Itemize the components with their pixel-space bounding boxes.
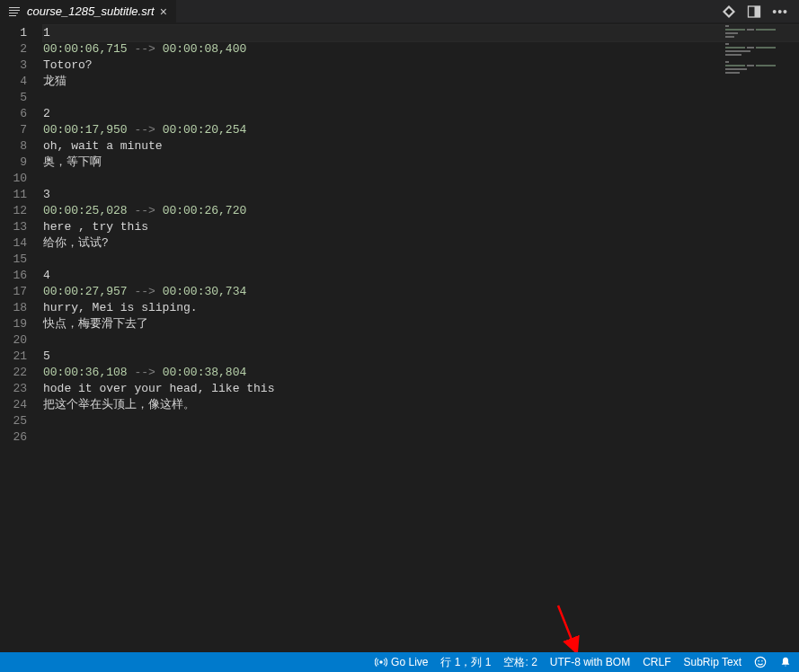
code-line[interactable] (43, 429, 799, 446)
line-number: 17 (0, 284, 27, 300)
cursor-position[interactable]: 行 1，列 1 (440, 655, 491, 670)
svg-point-5 (758, 660, 759, 662)
indent-spaces[interactable]: 空格: 2 (503, 655, 537, 670)
code-token: --> (128, 204, 163, 217)
code-token: 00:00:38,804 (163, 366, 247, 379)
code-line[interactable]: 快点，梅要滑下去了 (43, 316, 799, 332)
code-token: 00:00:08,400 (163, 42, 247, 56)
eol-selector[interactable]: CRLF (643, 656, 670, 668)
svg-rect-1 (755, 6, 760, 17)
code-line[interactable]: 龙猫 (43, 74, 799, 90)
code-line[interactable]: 00:00:27,957 --> 00:00:30,734 (43, 284, 799, 300)
encoding-selector[interactable]: UTF-8 with BOM (550, 656, 630, 668)
code-line[interactable]: hode it over your head, like this (43, 381, 799, 397)
line-number: 8 (0, 138, 27, 155)
line-number: 20 (0, 332, 27, 349)
code-token: 00:00:27,957 (43, 285, 128, 298)
tab-title: course_1285_subtitle.srt (27, 4, 155, 18)
code-line[interactable]: Totoro? (43, 57, 799, 74)
line-number: 10 (0, 171, 27, 187)
line-number: 14 (0, 235, 27, 252)
code-line[interactable]: hurry, Mei is sliping. (43, 300, 799, 316)
code-token: --> (128, 123, 163, 137)
code-token: here , try this (43, 220, 148, 234)
code-line[interactable] (43, 332, 799, 349)
code-line[interactable] (43, 90, 799, 106)
line-number: 21 (0, 349, 27, 365)
line-number: 15 (0, 252, 27, 268)
code-line[interactable]: oh, wait a minute (43, 138, 799, 155)
code-token: 3 (43, 188, 50, 201)
code-line[interactable]: 00:00:25,028 --> 00:00:26,720 (43, 203, 799, 219)
code-token: 00:00:20,254 (163, 123, 247, 137)
code-line[interactable]: 把这个举在头顶上，像这样。 (43, 397, 799, 413)
code-token: --> (128, 42, 163, 56)
code-token: --> (128, 366, 163, 379)
line-number: 11 (0, 187, 27, 203)
close-icon[interactable]: × (160, 4, 167, 19)
line-number: 16 (0, 268, 27, 284)
code-token: hode it over your head, like this (43, 382, 274, 395)
code-line[interactable]: 给你，试试? (43, 235, 799, 252)
code-line[interactable]: 4 (43, 268, 799, 284)
code-line[interactable]: 3 (43, 187, 799, 203)
line-number: 6 (0, 106, 27, 122)
code-token: Totoro? (43, 58, 93, 72)
tab-bar: course_1285_subtitle.srt × ••• (0, 0, 799, 23)
code-token: 奥，等下啊 (43, 155, 102, 169)
line-number: 24 (0, 397, 27, 413)
svg-point-4 (755, 657, 765, 667)
code-line[interactable]: 5 (43, 349, 799, 365)
code-token: 4 (43, 269, 50, 282)
notifications-bell-icon[interactable] (779, 656, 792, 668)
code-token: 龙猫 (43, 75, 67, 88)
code-token: 00:00:30,734 (163, 285, 247, 298)
code-area[interactable]: 100:00:06,715 --> 00:00:08,400Totoro?龙猫2… (43, 23, 799, 652)
code-token: 00:00:25,028 (43, 204, 128, 217)
status-bar: Go Live 行 1，列 1 空格: 2 UTF-8 with BOM CRL… (0, 652, 799, 672)
code-line[interactable]: 00:00:06,715 --> 00:00:08,400 (43, 41, 799, 57)
go-live-button[interactable]: Go Live (375, 656, 428, 668)
code-line[interactable]: 00:00:17,950 --> 00:00:20,254 (43, 122, 799, 138)
tab-active[interactable]: course_1285_subtitle.srt × (0, 0, 176, 22)
editor[interactable]: 1234567891011121314151617181920212223242… (0, 23, 799, 652)
code-token: 把这个举在头顶上，像这样。 (43, 398, 195, 411)
code-line[interactable] (43, 171, 799, 187)
line-number: 22 (0, 365, 27, 381)
line-number: 18 (0, 300, 27, 316)
code-token: 00:00:17,950 (43, 123, 128, 137)
code-token: 2 (43, 107, 50, 120)
code-line[interactable] (43, 413, 799, 429)
code-token: 00:00:36,108 (43, 366, 128, 379)
line-number: 1 (0, 25, 27, 41)
code-line[interactable]: 2 (43, 106, 799, 122)
line-number: 26 (0, 429, 27, 446)
line-number: 3 (0, 57, 27, 74)
code-token: 00:00:06,715 (43, 42, 128, 56)
code-line[interactable] (43, 252, 799, 268)
go-live-label: Go Live (391, 656, 428, 668)
broadcast-icon (375, 656, 387, 668)
code-line[interactable]: 00:00:36,108 --> 00:00:38,804 (43, 365, 799, 381)
line-number: 12 (0, 203, 27, 219)
line-number-gutter: 1234567891011121314151617181920212223242… (0, 23, 43, 652)
line-number: 13 (0, 219, 27, 235)
code-line[interactable]: 1 (43, 25, 799, 41)
code-line[interactable]: 奥，等下啊 (43, 155, 799, 171)
split-editor-icon[interactable] (747, 4, 761, 19)
line-number: 9 (0, 155, 27, 171)
source-control-diff-icon[interactable] (722, 4, 736, 19)
svg-point-6 (761, 660, 763, 662)
language-mode[interactable]: SubRip Text (684, 656, 741, 668)
feedback-smiley-icon[interactable] (754, 656, 767, 668)
more-actions-icon[interactable]: ••• (772, 4, 788, 19)
code-token: 1 (43, 26, 50, 40)
code-token: --> (128, 285, 163, 298)
editor-actions: ••• (722, 4, 799, 19)
file-lines-icon (9, 5, 22, 18)
code-line[interactable]: here , try this (43, 219, 799, 235)
line-number: 25 (0, 413, 27, 429)
line-number: 23 (0, 381, 27, 397)
tabs-container: course_1285_subtitle.srt × (0, 0, 176, 22)
line-number: 2 (0, 41, 27, 57)
